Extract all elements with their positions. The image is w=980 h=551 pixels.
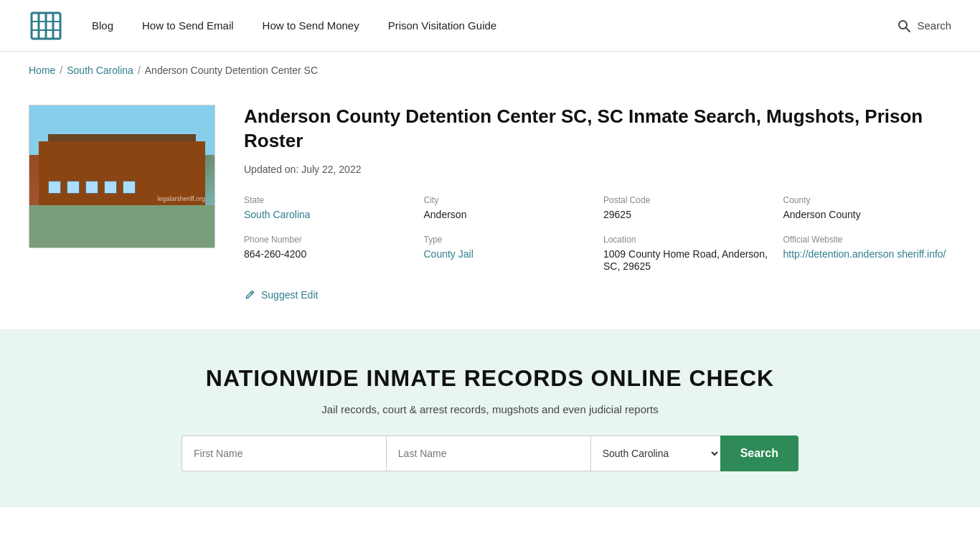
info-grid: State South Carolina City Anderson Posta… [244, 195, 951, 272]
banner-section: NATIONWIDE INMATE RECORDS ONLINE CHECK J… [0, 329, 980, 507]
postal-value: 29625 [603, 209, 631, 220]
suggest-edit-label: Suggest Edit [261, 289, 318, 301]
state-label: State [244, 195, 413, 205]
breadcrumb-sep-1: / [60, 65, 62, 76]
inmate-search-form: AlabamaAlaskaArizonaArkansasCaliforniaCo… [182, 435, 798, 471]
website-value[interactable]: http://detention.anderson sheriff.info/ [783, 248, 946, 260]
last-name-input[interactable] [386, 435, 591, 471]
facility-image-section: legalarsheriff.org [29, 105, 215, 301]
banner-title: NATIONWIDE INMATE RECORDS ONLINE CHECK [29, 365, 951, 392]
image-watermark: legalarsheriff.org [157, 195, 205, 202]
breadcrumb: Home / South Carolina / Anderson County … [0, 52, 980, 83]
location-value: 1009 County Home Road, Anderson, SC, 296… [603, 248, 768, 272]
city-label: City [424, 195, 593, 205]
svg-line-7 [906, 28, 910, 32]
location-cell: Location 1009 County Home Road, Anderson… [603, 235, 772, 272]
pencil-icon [244, 289, 255, 301]
phone-cell: Phone Number 864-260-4200 [244, 235, 413, 272]
updated-date: Updated on: July 22, 2022 [244, 164, 951, 175]
type-cell: Type County Jail [424, 235, 593, 272]
nav-visitation[interactable]: Prison Visitation Guide [388, 19, 496, 32]
site-logo[interactable] [29, 9, 63, 43]
main-content: legalarsheriff.org Anderson County Deten… [0, 83, 980, 329]
county-label: County [783, 195, 952, 205]
facility-title: Anderson County Detention Center SC, SC … [244, 105, 951, 154]
postal-cell: Postal Code 29625 [603, 195, 772, 220]
svg-line-8 [251, 292, 253, 293]
website-cell: Official Website http://detention.anders… [783, 235, 952, 272]
suggest-edit-link[interactable]: Suggest Edit [244, 289, 951, 301]
phone-label: Phone Number [244, 235, 413, 245]
breadcrumb-sep-2: / [138, 65, 141, 76]
city-cell: City Anderson [424, 195, 593, 220]
postal-label: Postal Code [603, 195, 772, 205]
nav-send-email[interactable]: How to Send Email [142, 19, 234, 32]
phone-value: 864-260-4200 [244, 248, 306, 260]
county-value: Anderson County [783, 209, 861, 220]
type-value[interactable]: County Jail [424, 248, 473, 260]
banner-subtitle: Jail records, court & arrest records, mu… [29, 403, 951, 415]
breadcrumb-state[interactable]: South Carolina [67, 65, 133, 76]
website-label: Official Website [783, 235, 952, 245]
breadcrumb-current: Anderson County Detention Center SC [145, 65, 318, 76]
state-value[interactable]: South Carolina [244, 209, 311, 220]
county-cell: County Anderson County [783, 195, 952, 220]
search-icon [897, 19, 911, 33]
location-label: Location [603, 235, 772, 245]
site-header: Blog How to Send Email How to Send Money… [0, 0, 980, 52]
facility-photo: legalarsheriff.org [29, 105, 215, 248]
nav-blog[interactable]: Blog [92, 19, 113, 32]
city-value: Anderson [424, 209, 467, 220]
header-search[interactable]: Search [897, 19, 951, 33]
nav-send-money[interactable]: How to Send Money [263, 19, 359, 32]
first-name-input[interactable] [182, 435, 386, 471]
state-select[interactable]: AlabamaAlaskaArizonaArkansasCaliforniaCo… [591, 435, 720, 471]
breadcrumb-home[interactable]: Home [29, 65, 55, 76]
state-cell: State South Carolina [244, 195, 413, 220]
search-button[interactable]: Search [720, 435, 798, 471]
main-nav: Blog How to Send Email How to Send Money… [92, 19, 897, 32]
type-label: Type [424, 235, 593, 245]
search-label: Search [917, 19, 951, 32]
facility-info: Anderson County Detention Center SC, SC … [244, 105, 951, 301]
